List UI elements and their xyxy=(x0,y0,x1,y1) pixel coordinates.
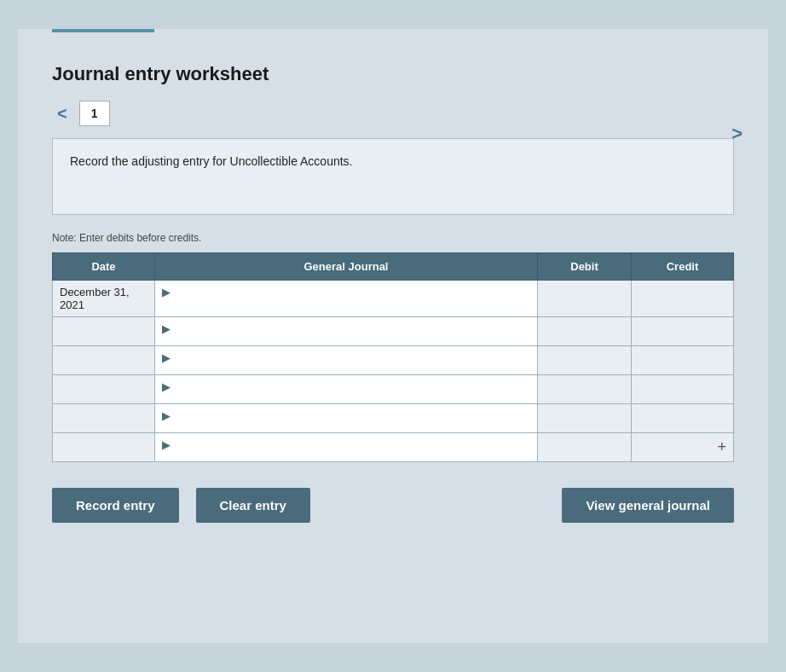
row-arrow-5: ▶ xyxy=(162,409,170,422)
navigation-row: < 1 xyxy=(52,101,734,126)
header-general-journal: General Journal xyxy=(155,253,538,281)
row-arrow-6: ▶ xyxy=(162,438,170,451)
row-arrow-4: ▶ xyxy=(162,380,170,393)
row-arrow-1: ▶ xyxy=(162,286,170,298)
note-text: Note: Enter debits before credits. xyxy=(52,232,734,244)
credit-cell-3[interactable] xyxy=(632,346,734,375)
date-cell-3 xyxy=(53,346,155,375)
clear-entry-button[interactable]: Clear entry xyxy=(196,488,310,523)
add-row-icon[interactable]: + xyxy=(717,438,726,456)
date-cell-4 xyxy=(53,375,155,404)
journal-table: Date General Journal Debit Credit Decemb… xyxy=(52,252,734,462)
view-general-journal-button[interactable]: View general journal xyxy=(562,488,734,523)
record-entry-button[interactable]: Record entry xyxy=(52,488,179,523)
debit-cell-4[interactable] xyxy=(538,375,632,404)
table-row: ▶ xyxy=(53,346,734,375)
date-cell-6 xyxy=(53,433,155,462)
table-row: ▶ + xyxy=(53,433,734,462)
header-date: Date xyxy=(53,253,155,281)
general-journal-cell-5[interactable]: ▶ xyxy=(155,404,538,433)
tab-number: 1 xyxy=(79,101,110,126)
instruction-text: Record the adjusting entry for Uncollect… xyxy=(70,154,716,168)
table-row: December 31,2021 ▶ xyxy=(53,281,734,317)
debit-cell-3[interactable] xyxy=(538,346,632,375)
credit-cell-4[interactable] xyxy=(632,375,734,404)
prev-button[interactable]: < xyxy=(52,102,72,125)
date-cell-2 xyxy=(53,317,155,346)
date-cell-5 xyxy=(53,404,155,433)
table-row: ▶ xyxy=(53,375,734,404)
general-journal-cell-6[interactable]: ▶ xyxy=(155,433,538,462)
general-journal-cell-1[interactable]: ▶ xyxy=(155,281,538,317)
row-arrow-3: ▶ xyxy=(162,351,170,364)
debit-cell-2[interactable] xyxy=(538,317,632,346)
page-title: Journal entry worksheet xyxy=(52,63,734,85)
table-header-row: Date General Journal Debit Credit xyxy=(53,253,734,281)
table-row: ▶ xyxy=(53,404,734,433)
table-row: ▶ xyxy=(53,317,734,346)
header-debit: Debit xyxy=(538,253,632,281)
debit-cell-6[interactable] xyxy=(538,433,632,462)
header-credit: Credit xyxy=(632,253,734,281)
next-button[interactable]: > xyxy=(731,123,743,145)
general-journal-cell-3[interactable]: ▶ xyxy=(155,346,538,375)
general-journal-cell-2[interactable]: ▶ xyxy=(155,317,538,346)
credit-cell-2[interactable] xyxy=(632,317,734,346)
buttons-row: Record entry Clear entry View general jo… xyxy=(52,488,734,523)
credit-cell-1[interactable] xyxy=(632,281,734,317)
debit-cell-5[interactable] xyxy=(538,404,632,433)
row-arrow-2: ▶ xyxy=(162,322,170,335)
general-journal-cell-4[interactable]: ▶ xyxy=(155,375,538,404)
credit-cell-5[interactable] xyxy=(632,404,734,433)
instruction-box: Record the adjusting entry for Uncollect… xyxy=(52,138,734,215)
credit-cell-6[interactable]: + xyxy=(632,433,734,462)
debit-cell-1[interactable] xyxy=(538,281,632,317)
top-border-decoration xyxy=(52,29,154,32)
page-container: Journal entry worksheet < 1 Record the a… xyxy=(18,29,768,643)
date-cell-1: December 31,2021 xyxy=(53,281,155,317)
